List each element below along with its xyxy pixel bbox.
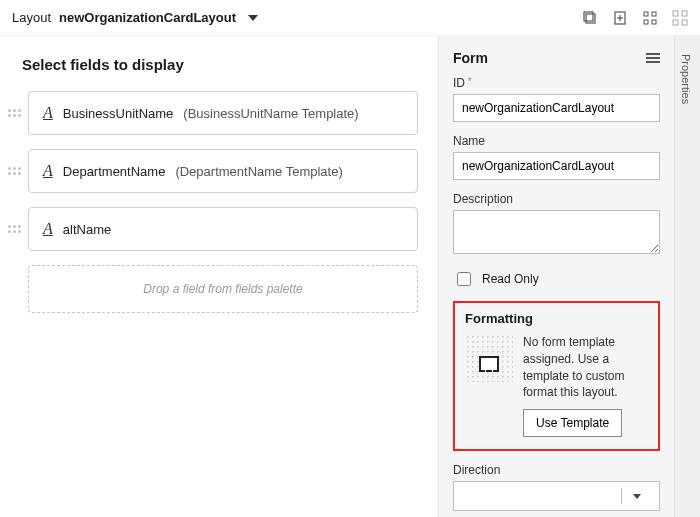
svg-rect-7 [644,20,648,24]
svg-rect-8 [652,20,656,24]
layout-name: newOrganizationCardLayout [59,10,236,25]
grid-small-icon[interactable] [642,10,658,26]
svg-rect-6 [652,12,656,16]
fields-heading: Select fields to display [22,56,418,73]
template-placeholder-icon [465,334,513,382]
text-field-icon: A [43,104,53,122]
description-textarea[interactable] [453,210,660,254]
toolbar-icons [582,10,688,26]
svg-rect-1 [584,12,593,21]
layout-selector[interactable]: Layout newOrganizationCardLayout [12,10,258,25]
svg-rect-10 [682,11,687,16]
grid-large-icon[interactable] [672,10,688,26]
drag-handle-icon[interactable] [8,225,22,233]
drag-handle-icon[interactable] [8,109,22,117]
field-row[interactable]: A DepartmentName (DepartmentName Templat… [8,149,418,193]
form-section-title: Form [453,50,488,66]
chevron-down-icon [621,488,651,504]
field-box[interactable]: A BusinessUnitName (BusinessUnitName Tem… [28,91,418,135]
formatting-message: No form template assigned. Use a templat… [523,334,648,401]
drag-handle-icon[interactable] [8,167,22,175]
readonly-label: Read Only [482,272,539,286]
use-template-button[interactable]: Use Template [523,409,622,437]
field-box[interactable]: A DepartmentName (DepartmentName Templat… [28,149,418,193]
text-field-icon: A [43,220,53,238]
id-label: ID [453,76,660,90]
svg-rect-5 [644,12,648,16]
direction-select[interactable] [453,481,660,511]
copy-icon[interactable] [582,10,598,26]
field-template: (DepartmentName Template) [175,164,342,179]
properties-tab[interactable]: Properties [675,36,697,122]
direction-label: Direction [453,463,660,477]
field-name: DepartmentName [63,164,166,179]
field-dropzone[interactable]: Drop a field from fields palette [28,265,418,313]
right-dock: Properties [674,36,700,517]
text-field-icon: A [43,162,53,180]
name-input[interactable] [453,152,660,180]
formatting-title: Formatting [465,311,648,326]
id-input[interactable] [453,94,660,122]
svg-rect-11 [673,20,678,25]
field-name: BusinessUnitName [63,106,174,121]
formatting-section: Formatting No form template assigned. Us… [453,301,660,451]
properties-panel: Form ID Name Description Read Only Forma… [438,36,674,517]
field-template: (BusinessUnitName Template) [183,106,358,121]
field-box[interactable]: A altName [28,207,418,251]
name-label: Name [453,134,660,148]
svg-rect-12 [682,20,687,25]
menu-icon[interactable] [646,53,660,63]
layout-prefix: Layout [12,10,51,25]
description-label: Description [453,192,660,206]
svg-rect-0 [586,14,595,23]
add-page-icon[interactable] [612,10,628,26]
fields-panel: Select fields to display A BusinessUnitN… [0,36,438,517]
top-bar: Layout newOrganizationCardLayout [0,0,700,36]
svg-rect-9 [673,11,678,16]
field-row[interactable]: A altName [8,207,418,251]
field-name: altName [63,222,111,237]
chevron-down-icon [248,15,258,21]
field-row[interactable]: A BusinessUnitName (BusinessUnitName Tem… [8,91,418,135]
readonly-checkbox[interactable] [457,272,471,286]
